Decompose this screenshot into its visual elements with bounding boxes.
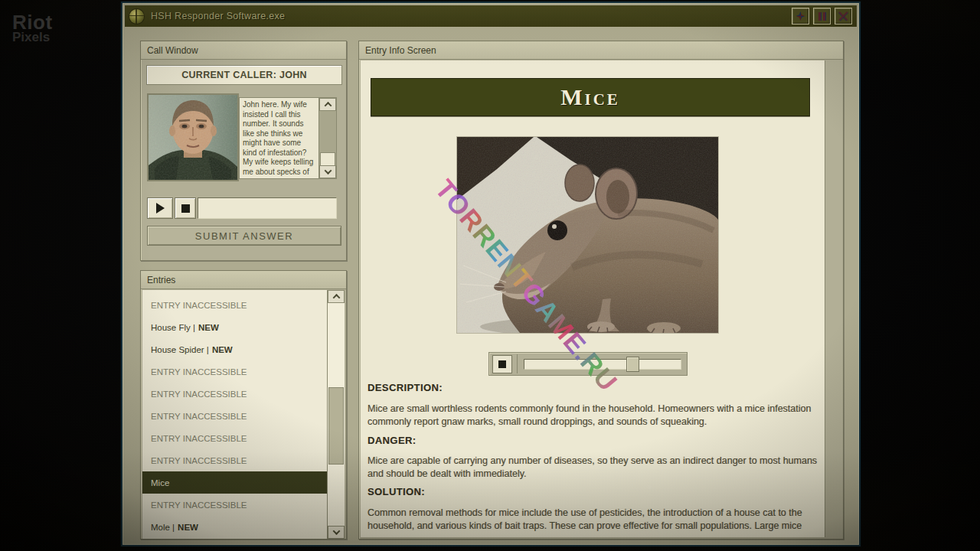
list-item[interactable]: House Spider |NEW — [142, 338, 327, 360]
dust-specks — [0, 0, 1, 1]
list-item[interactable]: ENTRY INACCESSIBLE — [142, 383, 327, 405]
list-item[interactable]: ENTRY INACCESSIBLE — [142, 294, 327, 316]
list-item[interactable]: ENTRY INACCESSIBLE — [142, 494, 327, 516]
list-item[interactable]: Mole |NEW — [142, 516, 327, 538]
entry-info-scrollbar[interactable] — [825, 60, 841, 537]
globe-icon — [129, 9, 144, 24]
call-window-panel: Call Window CURRENT CALLER: JOHN — [140, 41, 347, 261]
description-body: Mice are small worthless rodents commonl… — [368, 403, 818, 428]
entry-title: Mice — [560, 84, 620, 110]
audio-stop-button[interactable] — [492, 355, 512, 373]
entries-list: ENTRY INACCESSIBLE House Fly |NEW House … — [142, 290, 345, 539]
settings-button[interactable] — [792, 8, 809, 24]
stop-icon — [498, 360, 506, 368]
danger-body: Mice are capable of carrying any number … — [368, 455, 818, 480]
current-caller-banner: CURRENT CALLER: JOHN — [146, 65, 342, 85]
app-window: HSH Responder Software.exe Call Window C… — [121, 2, 861, 546]
chevron-down-icon[interactable] — [319, 165, 336, 178]
chevron-up-icon[interactable] — [328, 290, 345, 303]
entries-panel: Entries ENTRY INACCESSIBLE House Fly |NE… — [140, 270, 347, 540]
pause-button[interactable] — [813, 8, 831, 24]
chevron-up-icon[interactable] — [319, 98, 336, 111]
checker-flower-icon — [796, 11, 805, 21]
list-item[interactable]: ENTRY INACCESSIBLE — [142, 449, 327, 471]
play-icon — [156, 203, 165, 214]
list-item[interactable]: ENTRY INACCESSIBLE — [142, 360, 327, 383]
description-heading: DESCRIPTION: — [368, 382, 443, 393]
divider — [517, 354, 518, 373]
entries-rows: ENTRY INACCESSIBLE House Fly |NEW House … — [142, 290, 327, 539]
danger-heading: DANGER: — [368, 435, 416, 446]
answer-input[interactable] — [198, 197, 337, 219]
window-controls — [792, 8, 852, 24]
call-window-header: Call Window — [141, 41, 346, 60]
crt-screen: Riot Pixels HSH Responder Software.exe C… — [0, 0, 980, 551]
riot-watermark-line1: Riot — [12, 14, 53, 31]
transcript-scrollbar[interactable] — [318, 98, 336, 178]
caller-portrait — [147, 93, 239, 181]
entries-scroll-thumb[interactable] — [328, 387, 344, 465]
chevron-down-icon[interactable] — [328, 526, 345, 539]
caller-transcript: John here. My wife insisted I call this … — [243, 100, 317, 177]
entry-title-banner: Mice — [371, 78, 810, 116]
entries-header: Entries — [141, 271, 346, 289]
pause-icon — [818, 12, 825, 21]
stop-icon — [181, 204, 190, 213]
entry-info-header: Entry Info Screen — [359, 41, 843, 60]
entry-info-panel: Entry Info Screen Mice — [358, 41, 844, 540]
list-item[interactable]: ENTRY INACCESSIBLE — [142, 427, 327, 449]
window-titlebar[interactable]: HSH Responder Software.exe — [125, 5, 857, 27]
close-icon — [838, 11, 848, 21]
list-item[interactable]: House Fly |NEW — [142, 316, 327, 338]
window-title: HSH Responder Software.exe — [151, 11, 285, 21]
list-item-selected[interactable]: Mice — [142, 471, 327, 494]
entry-info-content: Mice — [361, 60, 825, 537]
solution-heading: SOLUTION: — [368, 486, 425, 497]
stop-button[interactable] — [175, 197, 196, 219]
close-button[interactable] — [835, 8, 852, 24]
entries-scrollbar[interactable] — [327, 290, 345, 539]
caller-portrait-art — [149, 95, 237, 180]
riot-watermark-line2: Pixels — [12, 31, 53, 43]
play-button[interactable] — [147, 197, 173, 219]
audio-seek-thumb[interactable] — [626, 357, 639, 372]
list-item[interactable]: ENTRY INACCESSIBLE — [142, 405, 327, 427]
transcript-box: John here. My wife insisted I call this … — [239, 97, 337, 179]
submit-answer-button[interactable]: SUBMIT ANSWER — [147, 226, 341, 246]
solution-body: Common removal methods for mice include … — [368, 507, 818, 532]
riot-pixels-watermark: Riot Pixels — [12, 14, 53, 44]
